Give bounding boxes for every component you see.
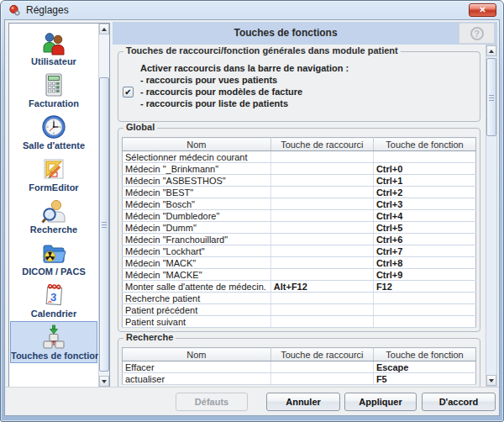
table-row[interactable]: Médecin "MACKE"Ctrl+9 [123,269,476,281]
column-header-fonction[interactable]: Touche de fonction [373,348,475,361]
help-button[interactable]: ? [459,23,495,44]
cell-raccourci[interactable]: Alt+F12 [270,281,373,293]
cell-raccourci[interactable] [270,373,373,385]
title-bar[interactable]: Réglages ✕ [1,1,503,19]
cell-nom[interactable]: Médecin "MACK" [123,257,271,269]
cell-raccourci[interactable] [270,210,373,222]
cell-nom[interactable]: Patient précédent [123,304,271,316]
cell-nom[interactable]: Médecin "Bosch" [123,198,271,210]
cell-fonction[interactable]: Ctrl+0 [373,163,475,175]
navbar-shortcuts-checkbox[interactable]: ✔ [123,87,134,98]
column-header-nom[interactable]: Nom [123,138,271,151]
cell-raccourci[interactable] [270,187,373,198]
column-header-nom[interactable]: Nom [123,348,271,361]
cell-raccourci[interactable] [270,304,373,316]
sidebar-item-dicom-pacs[interactable]: DICOM / PACS [10,237,97,279]
column-header-fonction[interactable]: Touche de fonction [373,138,475,151]
cell-nom[interactable]: Recherche patient [123,293,271,304]
table-row[interactable]: Médecin "Bosch"Ctrl+3 [123,198,476,210]
cell-raccourci[interactable] [270,361,373,373]
cell-fonction[interactable]: Ctrl+3 [373,198,475,210]
table-row[interactable]: Médecin "Franchouillard"Ctrl+6 [123,234,476,245]
cell-raccourci[interactable] [270,257,373,269]
cell-fonction[interactable]: Ctrl+5 [373,222,475,234]
cell-fonction[interactable]: Ctrl+6 [373,234,475,245]
close-button[interactable]: ✕ [469,3,496,17]
table-row[interactable]: Médecin "MACK"Ctrl+8 [123,257,476,269]
table-row[interactable]: Médecin "ASBESTHOS"Ctrl+1 [123,175,476,187]
cell-nom[interactable]: Médecin "MACKE" [123,269,271,281]
cell-nom[interactable]: Monter salle d'attente de médecin. [123,281,271,293]
cell-fonction[interactable]: Ctrl+2 [373,187,475,198]
scroll-up-button[interactable] [486,45,496,56]
cell-raccourci[interactable] [270,293,373,304]
cell-nom[interactable]: Sélectionner médecin courant [123,151,271,163]
apply-button[interactable]: Appliquer [344,393,417,411]
cell-raccourci[interactable] [270,316,373,328]
cell-raccourci[interactable] [270,269,373,281]
table-row[interactable]: EffacerEscape [123,361,476,373]
table-row[interactable]: Médecin "BEST"Ctrl+2 [123,187,476,198]
cell-raccourci[interactable] [270,245,373,257]
cell-raccourci[interactable] [270,222,373,234]
cell-fonction[interactable]: Ctrl+9 [373,269,475,281]
defaults-button[interactable]: Défauts [176,393,248,411]
table-row[interactable]: Médecin "Dumm"Ctrl+5 [123,222,476,234]
table-row[interactable]: Médecin "Dumbledore"Ctrl+4 [123,210,476,222]
cell-raccourci[interactable] [270,151,373,163]
cell-nom[interactable]: Médecin "_Brinkmann" [123,163,271,175]
cell-fonction[interactable]: Ctrl+4 [373,210,475,222]
cell-fonction[interactable] [373,304,475,316]
cell-fonction[interactable]: Ctrl+8 [373,257,475,269]
group-recherche: Recherche Nom Touche de raccourci Touche… [118,338,480,387]
scroll-up-button[interactable] [99,24,109,34]
cell-fonction[interactable]: Ctrl+7 [373,245,475,257]
cell-fonction[interactable] [373,293,475,304]
cell-fonction[interactable]: Escape [373,361,475,373]
group-title: Global [123,122,157,132]
ok-button[interactable]: D'accord [422,393,496,411]
sidebar-item-utilisateur[interactable]: Utilisateur [10,27,97,69]
cell-nom[interactable]: Patient suivant [123,316,271,328]
table-row[interactable]: Monter salle d'attente de médecin.Alt+F1… [123,281,476,293]
sidebar-item-salle-attente[interactable]: Salle d'attente [10,111,97,153]
sidebar-item-formeditor[interactable]: FormEditor [10,153,97,195]
cell-nom[interactable]: Médecin "ASBESTHOS" [123,175,271,187]
cell-nom[interactable]: Médecin "Lockhart" [123,245,271,257]
cell-fonction[interactable]: Ctrl+1 [373,175,475,187]
sidebar-item-recherche[interactable]: Recherche [10,195,97,237]
scrollbar-thumb[interactable] [486,58,496,136]
content-scrollbar[interactable] [486,45,497,387]
cell-raccourci[interactable] [270,175,373,187]
table-row[interactable]: Patient suivant [123,316,476,328]
column-header-raccourci[interactable]: Touche de raccourci [270,348,373,361]
table-row[interactable]: Médecin "_Brinkmann"Ctrl+0 [123,163,476,175]
sidebar-scrollbar[interactable] [98,24,109,387]
sidebar-item-facturation[interactable]: Facturation [10,69,97,111]
sidebar-item-calendrier[interactable]: 3 Calendrier [10,279,97,321]
table-row[interactable]: Recherche patient [123,293,476,304]
column-header-raccourci[interactable]: Touche de raccourci [270,138,373,151]
cell-nom[interactable]: Médecin "Franchouillard" [123,234,271,245]
cell-nom[interactable]: Effacer [123,361,271,373]
cancel-button[interactable]: Annuler [266,393,340,411]
cell-fonction[interactable] [373,316,475,328]
cell-fonction[interactable] [373,151,475,163]
sidebar-item-touches-de-fonction[interactable]: Touches de fonction [10,321,97,363]
table-row[interactable]: Patient précédent [123,304,476,316]
cell-raccourci[interactable] [270,234,373,245]
cell-fonction[interactable]: F5 [373,373,475,385]
cell-raccourci[interactable] [270,198,373,210]
cell-raccourci[interactable] [270,163,373,175]
cell-nom[interactable]: Médecin "BEST" [123,187,271,198]
scroll-down-button[interactable] [486,375,496,386]
scroll-down-button[interactable] [99,376,109,387]
cell-nom[interactable]: Médecin "Dumm" [123,222,271,234]
cell-fonction[interactable]: F12 [373,281,475,293]
cell-nom[interactable]: Médecin "Dumbledore" [123,210,271,222]
table-row[interactable]: actualiserF5 [123,373,476,385]
table-row[interactable]: Médecin "Lockhart"Ctrl+7 [123,245,476,257]
cell-nom[interactable]: actualiser [123,373,271,385]
scrollbar-thumb[interactable] [99,77,109,372]
table-row[interactable]: Sélectionner médecin courant [123,151,476,163]
